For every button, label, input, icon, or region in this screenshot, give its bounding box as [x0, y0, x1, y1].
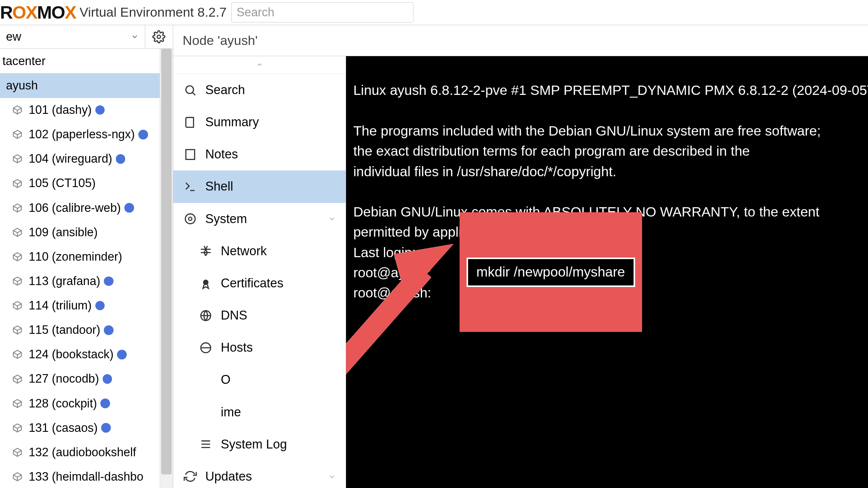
tree-item-label: 102 (paperless-ngx) — [29, 127, 135, 141]
container-icon — [12, 227, 25, 238]
search-placeholder: Search — [237, 5, 275, 19]
sidenav-item-search[interactable]: Search — [173, 74, 346, 106]
svg-point-1 — [157, 35, 160, 38]
tree-item[interactable]: 114 (trilium) — [0, 294, 173, 318]
container-icon — [12, 398, 25, 409]
tree-item-label: 106 (calibre-web) — [29, 201, 121, 215]
top-bar: ROXMOX Virtual Environment 8.2.7 Search … — [0, 0, 868, 25]
tree-header: ew — [0, 25, 173, 49]
highlighted-command: mkdir /newpool/myshare — [467, 258, 635, 287]
hosts-icon — [199, 341, 212, 354]
sidenav-item-system[interactable]: System — [173, 203, 346, 235]
logo: ROXMOX — [0, 2, 76, 23]
product-version: Virtual Environment 8.2.7 — [79, 5, 227, 20]
status-dot — [116, 154, 126, 164]
tree-item[interactable]: 102 (paperless-ngx) — [0, 122, 173, 147]
sidenav-item-shell[interactable]: Shell — [173, 170, 346, 203]
tree-item-label: 114 (trilium) — [29, 299, 92, 313]
notes-icon — [184, 148, 197, 161]
svg-point-12 — [186, 214, 195, 223]
network-icon — [199, 244, 212, 258]
tree-vertical-scrollbar[interactable] — [160, 49, 173, 488]
sidenav-item-certificates[interactable]: Certificates — [173, 267, 346, 299]
tree-root-datacenter[interactable]: tacenter — [0, 49, 173, 73]
tree-item-label: 124 (bookstack) — [29, 347, 114, 361]
sidenav-item-system-log[interactable]: System Log — [173, 428, 346, 461]
search-input[interactable]: Search — [231, 2, 413, 22]
tree-item[interactable]: 133 (heimdall-dashbo — [0, 464, 173, 488]
content-pane: Node 'ayush' Reboot Shutdown Shell Bull — [173, 25, 868, 488]
status-dot — [95, 105, 105, 115]
container-icon — [12, 129, 25, 140]
sidenav-item-updates[interactable]: Updates — [173, 461, 346, 488]
tree-item-label: 104 (wireguard) — [29, 152, 112, 166]
sidenav-label: System — [205, 212, 247, 226]
tree-item[interactable]: 106 (calibre-web) — [0, 196, 173, 220]
tree-item[interactable]: 101 (dashy) — [0, 98, 173, 122]
tree-item[interactable]: 115 (tandoor) — [0, 318, 173, 342]
tree-item-label: 101 (dashy) — [29, 103, 92, 117]
tree-item[interactable]: 110 (zoneminder) — [0, 244, 173, 269]
cert-icon — [199, 277, 212, 290]
status-dot — [104, 277, 114, 286]
chevron-down-icon — [328, 215, 336, 223]
sidenav-label: Shell — [205, 179, 233, 194]
content-header: Node 'ayush' Reboot Shutdown Shell Bull — [173, 25, 868, 56]
scrollbar-thumb[interactable] — [161, 49, 172, 474]
status-dot — [124, 203, 134, 213]
search-icon — [184, 84, 197, 97]
svg-rect-10 — [186, 149, 195, 159]
resource-tree: ew tacenter ayush 101 (dashy)102 (paperl — [0, 25, 173, 488]
sidenav-item-time[interactable]: ime — [173, 396, 346, 428]
sidenav-item-options[interactable]: O — [173, 364, 346, 396]
chevron-down-icon — [131, 33, 139, 41]
sidenav-label: Hosts — [221, 340, 253, 355]
tree-item[interactable]: 105 (CT105) — [0, 171, 173, 196]
status-dot — [138, 130, 148, 139]
tree-item-label: 105 (CT105) — [29, 176, 96, 190]
sidenav-label: O — [221, 373, 231, 387]
sidenav-item-dns[interactable]: DNS — [173, 299, 346, 332]
sidenav-item-network[interactable]: Network — [173, 235, 346, 267]
collapse-up-button[interactable] — [173, 56, 346, 74]
tree-item[interactable]: 132 (audiobookshelf — [0, 440, 173, 464]
gear-icon — [152, 30, 165, 43]
tree-item-label: 113 (grafana) — [29, 274, 100, 288]
status-dot — [117, 350, 127, 359]
dns-icon — [199, 309, 212, 322]
tree-item[interactable]: 127 (nocodb) — [0, 367, 173, 391]
svg-point-13 — [203, 280, 208, 285]
status-dot — [100, 399, 110, 408]
tree-item[interactable]: 124 (bookstack) — [0, 342, 173, 367]
sidenav-label: Updates — [205, 469, 252, 484]
container-icon — [12, 300, 25, 311]
tree-item[interactable]: 104 (wireguard) — [0, 147, 173, 171]
tree-item-label: 128 (cockpit) — [29, 397, 97, 411]
tree-node-host[interactable]: ayush — [0, 73, 173, 98]
chevron-down-icon — [328, 473, 336, 481]
summary-icon — [184, 116, 197, 129]
container-icon — [12, 178, 25, 189]
tree-item-label: 131 (casaos) — [29, 421, 98, 435]
tree-item[interactable]: 113 (grafana) — [0, 269, 173, 293]
tree-item-label: 110 (zoneminder) — [29, 250, 122, 264]
settings-button[interactable] — [145, 25, 173, 49]
container-icon — [12, 471, 25, 482]
system-icon — [184, 212, 197, 225]
tree-item[interactable]: 128 (cockpit) — [0, 391, 173, 416]
tree-item[interactable]: 131 (casaos) — [0, 416, 173, 440]
sidenav-label: Notes — [205, 147, 238, 162]
sidenav-item-summary[interactable]: Summary — [173, 106, 346, 138]
tree-item-label: 133 (heimdall-dashbo — [29, 470, 143, 484]
terminal-line: The programs included with the Debian GN… — [353, 123, 821, 139]
container-icon — [12, 374, 25, 385]
view-selector[interactable]: ew — [0, 25, 145, 49]
tree-item-label: 109 (ansible) — [29, 225, 98, 239]
tree-item[interactable]: 109 (ansible) — [0, 220, 173, 244]
sidenav-item-hosts[interactable]: Hosts — [173, 332, 346, 364]
sidenav-label: Network — [221, 244, 267, 258]
sidenav-item-notes[interactable]: Notes — [173, 138, 346, 170]
sidenav-label: Search — [205, 83, 245, 97]
status-dot — [104, 325, 114, 335]
terminal[interactable]: Linux ayush 6.8.12-2-pve #1 SMP PREEMPT_… — [346, 56, 868, 488]
